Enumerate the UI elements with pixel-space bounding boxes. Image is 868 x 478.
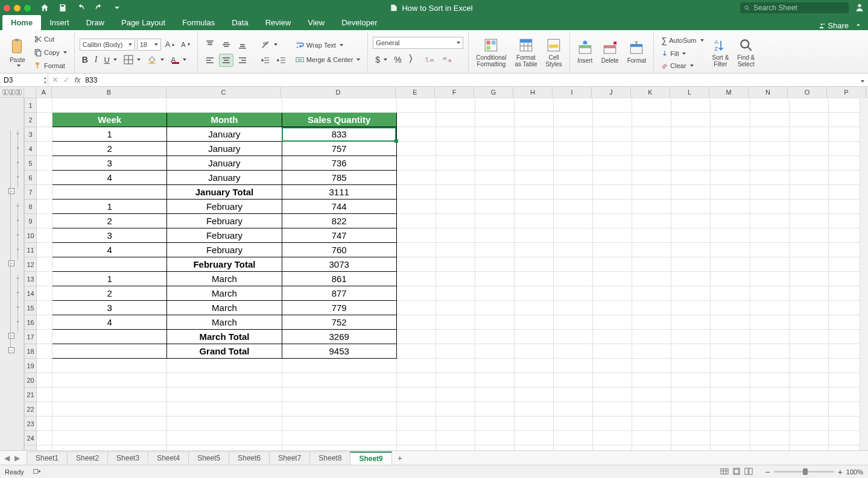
cell-C9[interactable]: February — [167, 214, 282, 228]
cell-F11[interactable] — [436, 243, 475, 257]
cell-A11[interactable] — [37, 243, 52, 257]
cell-G2[interactable] — [475, 113, 515, 127]
cell-B22[interactable] — [52, 402, 167, 417]
name-box-spinner[interactable]: ▴▾ — [44, 75, 46, 85]
currency-button[interactable]: $ — [373, 53, 390, 66]
tab-view[interactable]: View — [299, 15, 333, 30]
cell-O13[interactable] — [789, 272, 828, 286]
cell-G12[interactable] — [475, 257, 515, 272]
cell-F22[interactable] — [436, 402, 475, 417]
cell-D23[interactable] — [282, 417, 396, 431]
cell-C10[interactable]: February — [167, 228, 282, 243]
row-header-15[interactable]: 15 — [25, 301, 37, 315]
cell-A6[interactable] — [37, 171, 52, 185]
cell-N17[interactable] — [750, 330, 789, 344]
cell-N14[interactable] — [750, 286, 789, 301]
cell-D7[interactable]: 3111 — [282, 185, 396, 200]
cell-B17[interactable] — [52, 330, 167, 344]
cell-A3[interactable] — [37, 127, 52, 142]
cell-M19[interactable] — [711, 359, 750, 373]
add-sheet-button[interactable]: + — [391, 453, 408, 463]
cell-K22[interactable] — [632, 402, 671, 417]
cell-C25[interactable] — [167, 445, 282, 451]
cell-M7[interactable] — [711, 185, 750, 200]
cell-D17[interactable]: 3269 — [282, 330, 396, 344]
expand-formula-bar[interactable] — [859, 76, 868, 84]
cell-M11[interactable] — [711, 243, 750, 257]
cell-H25[interactable] — [515, 445, 554, 451]
row-header-13[interactable]: 13 — [25, 272, 37, 286]
cell-H2[interactable] — [515, 113, 554, 127]
cell-N20[interactable] — [750, 373, 789, 388]
cell-A20[interactable] — [37, 373, 52, 388]
cell-C8[interactable]: February — [167, 200, 282, 214]
cell-E20[interactable] — [396, 373, 436, 388]
cell-F24[interactable] — [436, 431, 475, 445]
row-header-7[interactable]: 7 — [25, 185, 37, 200]
cell-D22[interactable] — [282, 402, 396, 417]
cell-M1[interactable] — [711, 98, 750, 113]
align-left-button[interactable] — [203, 54, 217, 67]
cell-G8[interactable] — [475, 200, 515, 214]
cell-G16[interactable] — [475, 315, 515, 330]
cell-L7[interactable] — [671, 185, 711, 200]
cell-C13[interactable]: March — [167, 272, 282, 286]
cell-G20[interactable] — [475, 373, 515, 388]
format-cells-button[interactable]: Format — [625, 39, 649, 65]
cell-E11[interactable] — [396, 243, 436, 257]
cell-B3[interactable]: 1 — [52, 127, 167, 142]
cell-H4[interactable] — [515, 142, 554, 156]
zoom-in-button[interactable]: + — [838, 467, 843, 477]
cell-I15[interactable] — [554, 301, 593, 315]
save-icon[interactable] — [57, 2, 68, 13]
cell-J4[interactable] — [593, 142, 632, 156]
cell-B2[interactable]: Week — [52, 113, 167, 127]
cell-I12[interactable] — [554, 257, 593, 272]
row-header-8[interactable]: 8 — [25, 200, 37, 214]
cell-K8[interactable] — [632, 200, 671, 214]
cell-M16[interactable] — [711, 315, 750, 330]
cell-I7[interactable] — [554, 185, 593, 200]
cell-L25[interactable] — [671, 445, 711, 451]
cell-C22[interactable] — [167, 402, 282, 417]
cell-I18[interactable] — [554, 344, 593, 359]
cell-F2[interactable] — [436, 113, 475, 127]
cell-G25[interactable] — [475, 445, 515, 451]
delete-cells-button[interactable]: Delete — [599, 39, 621, 65]
cell-E15[interactable] — [396, 301, 436, 315]
cell-D2[interactable]: Sales Quantity — [282, 113, 396, 127]
cell-G10[interactable] — [475, 228, 515, 243]
cell-E1[interactable] — [396, 98, 436, 113]
cell-O6[interactable] — [789, 171, 828, 185]
zoom-slider[interactable] — [774, 471, 834, 473]
cell-I21[interactable] — [554, 388, 593, 402]
cell-J8[interactable] — [593, 200, 632, 214]
home-icon[interactable] — [39, 2, 50, 13]
cell-H15[interactable] — [515, 301, 554, 315]
cell-M23[interactable] — [711, 417, 750, 431]
cell-J11[interactable] — [593, 243, 632, 257]
tab-developer[interactable]: Developer — [333, 15, 385, 30]
cell-D13[interactable]: 861 — [282, 272, 396, 286]
redo-icon[interactable] — [93, 2, 104, 13]
row-header-21[interactable]: 21 — [25, 388, 37, 402]
cell-K2[interactable] — [632, 113, 671, 127]
cell-C15[interactable]: March — [167, 301, 282, 315]
cell-O2[interactable] — [789, 113, 828, 127]
cell-J6[interactable] — [593, 171, 632, 185]
outline-level-1[interactable]: 1 — [2, 89, 8, 95]
cell-I13[interactable] — [554, 272, 593, 286]
cell-E3[interactable] — [396, 127, 436, 142]
cell-L21[interactable] — [671, 388, 711, 402]
cell-F9[interactable] — [436, 214, 475, 228]
cell-D19[interactable] — [282, 359, 396, 373]
tab-home[interactable]: Home — [2, 15, 41, 30]
cell-L3[interactable] — [671, 127, 711, 142]
cell-K18[interactable] — [632, 344, 671, 359]
row-header-16[interactable]: 16 — [25, 315, 37, 330]
font-size-select[interactable]: 18 — [137, 39, 161, 51]
cell-B4[interactable]: 2 — [52, 142, 167, 156]
minimize-window[interactable] — [14, 5, 21, 11]
percent-button[interactable]: % — [391, 53, 404, 66]
row-header-17[interactable]: 17 — [25, 330, 37, 344]
